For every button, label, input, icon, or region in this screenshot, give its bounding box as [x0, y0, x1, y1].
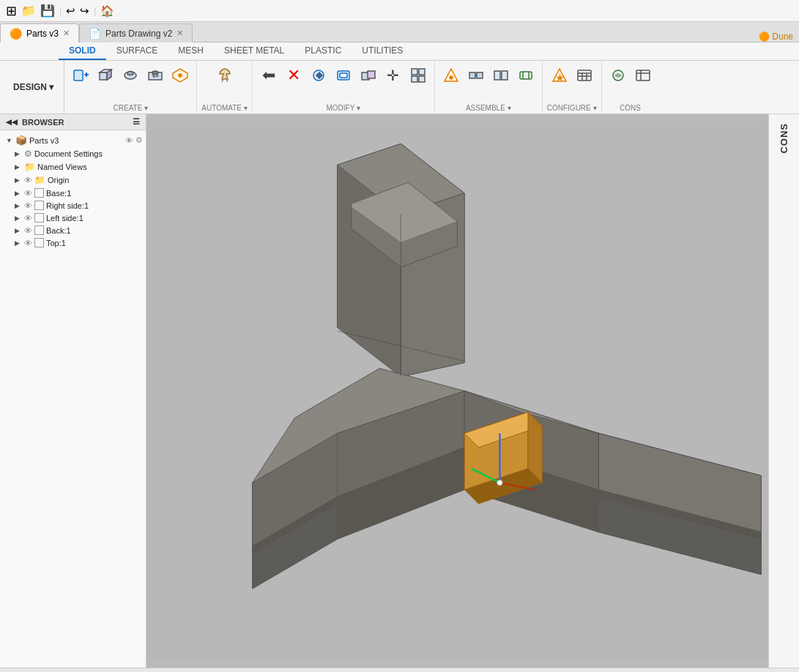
eye2-icon[interactable]: 👁: [125, 136, 133, 145]
3d-model-svg: [146, 114, 768, 668]
ribbon-group-create: CREATE ▾: [64, 61, 197, 113]
body-icon: [34, 188, 44, 198]
top-bar: ⊞ 📁 💾 | ↩ ↪ | 🏠: [0, 0, 799, 22]
svg-rect-23: [419, 76, 425, 82]
vis-icon[interactable]: 👁: [24, 226, 32, 235]
tree-item-named-views[interactable]: ▶ 📁 Named Views: [0, 160, 146, 173]
ribbon-group-modify: ⬅ ✕: [253, 61, 435, 113]
file-icon[interactable]: 📁: [21, 4, 36, 18]
rigid-group-icon[interactable]: [514, 64, 538, 87]
extrude-icon[interactable]: [94, 64, 117, 87]
svg-point-9: [152, 71, 158, 74]
svg-rect-0: [74, 70, 83, 81]
gear-icon: ⚙: [24, 149, 32, 159]
tree-item-back[interactable]: ▶ 👁 Back:1: [0, 224, 146, 236]
tree-arrow: ▶: [15, 163, 22, 171]
vis-icon[interactable]: 👁: [24, 201, 32, 210]
svg-rect-30: [502, 71, 508, 80]
vis-icon[interactable]: 👁: [24, 239, 32, 247]
cons-right-label: CONS: [778, 123, 789, 154]
configure-icons: ★: [548, 64, 596, 87]
tree-item-parts-v3[interactable]: ▼ 📦 Parts v3 👁 ⚙: [0, 133, 146, 147]
undo-icon[interactable]: ↩: [66, 4, 75, 18]
design-label: DESIGN ▾: [13, 82, 53, 92]
as-buildjoint-icon[interactable]: [489, 64, 513, 87]
vis-icon[interactable]: 👁: [24, 214, 32, 223]
automate-icon[interactable]: [213, 64, 237, 87]
joint-icon[interactable]: [464, 64, 488, 87]
tab-parts-v3-label: Parts v3: [26, 29, 59, 39]
tab-parts-v3-icon: 🟠: [10, 28, 22, 40]
cons1-icon[interactable]: [606, 64, 630, 87]
gear-icon[interactable]: ⚙: [135, 135, 143, 145]
browser-header: ◀◀ BROWSER ☰: [0, 114, 146, 130]
tree-label-base: Base:1: [46, 189, 143, 198]
create-more-icon[interactable]: [168, 64, 192, 87]
tree-item-doc-settings[interactable]: ▶ ⚙ Document Settings: [0, 147, 146, 160]
cons2-icon[interactable]: [631, 64, 655, 87]
vis-icon[interactable]: 👁: [24, 189, 32, 198]
svg-rect-21: [419, 69, 425, 75]
create-icons: [69, 64, 192, 87]
tree-item-origin[interactable]: ▶ 👁 📁 Origin: [0, 173, 146, 187]
browser-collapse-icon[interactable]: ◀◀: [6, 118, 18, 126]
tab-drawing-close[interactable]: ✕: [176, 29, 183, 38]
automate-icons: [213, 64, 237, 87]
home-icon[interactable]: 🏠: [100, 4, 114, 18]
ribbon-tab-plastic[interactable]: PLASTIC: [294, 42, 352, 60]
svg-point-12: [179, 74, 182, 77]
hole-icon[interactable]: [144, 64, 167, 87]
svg-point-69: [497, 480, 503, 486]
configure1-icon[interactable]: ★: [548, 64, 571, 87]
design-button[interactable]: DESIGN ▾: [3, 61, 64, 113]
tree-arrow: ▶: [15, 202, 22, 209]
redo-icon[interactable]: ↪: [80, 4, 89, 18]
tree-label-doc-settings: Document Settings: [34, 149, 143, 158]
browser-title: BROWSER: [22, 118, 64, 127]
tab-parts-v3-close[interactable]: ✕: [63, 29, 70, 38]
ribbon-tab-surface[interactable]: SURFACE: [106, 42, 168, 60]
tree-arrow: ▶: [15, 214, 22, 222]
forward-icon[interactable]: [307, 64, 330, 87]
main-area: ◀◀ BROWSER ☰ ▼ 📦 Parts v3 👁 ⚙ ▶ ⚙ Docume…: [0, 114, 799, 668]
ribbon-group-automate: AUTOMATE ▾: [197, 61, 252, 113]
tree-label-parts-v3: Parts v3: [29, 136, 123, 145]
create-label: CREATE ▾: [114, 104, 149, 112]
new-component-icon[interactable]: [69, 64, 92, 87]
joint-origin-icon[interactable]: [439, 64, 463, 87]
shell-icon[interactable]: [332, 64, 355, 87]
move-icon[interactable]: ✛: [382, 64, 405, 87]
ribbon-tabs: SOLID SURFACE MESH SHEET METAL PLASTIC U…: [0, 42, 799, 61]
ribbon-tab-sheet-metal[interactable]: SHEET METAL: [214, 42, 294, 60]
browser-menu-icon[interactable]: ☰: [133, 117, 140, 127]
back-arrow-icon[interactable]: ⬅: [257, 64, 280, 87]
tree-item-left-side[interactable]: ▶ 👁 Left side:1: [0, 212, 146, 224]
configure2-icon[interactable]: [573, 64, 596, 87]
combine-icon[interactable]: [357, 64, 380, 87]
ribbon-tab-solid[interactable]: SOLID: [59, 42, 106, 60]
save-icon[interactable]: 💾: [40, 4, 55, 18]
svg-point-25: [450, 76, 453, 79]
viewport[interactable]: [146, 114, 768, 668]
tree-item-right-side[interactable]: ▶ 👁 Right side:1: [0, 199, 146, 212]
modify-more-icon[interactable]: [406, 64, 430, 87]
tree-item-base[interactable]: ▶ 👁 Base:1: [0, 187, 146, 199]
ribbon-tab-utilities[interactable]: UTILITIES: [352, 42, 413, 60]
ribbon-tab-mesh[interactable]: MESH: [168, 42, 214, 60]
cons-label: CONS: [620, 104, 641, 112]
dune-label: 🟠 Dune: [759, 31, 793, 42]
assemble-label: ASSEMBLE ▾: [466, 104, 511, 112]
tab-parts-v3[interactable]: 🟠 Parts v3 ✕: [0, 23, 79, 42]
tree-arrow: ▶: [15, 227, 22, 234]
tab-parts-drawing-v2[interactable]: 📄 Parts Drawing v2 ✕: [79, 23, 193, 42]
delete-icon[interactable]: ✕: [282, 64, 305, 87]
grid-icon[interactable]: ⊞: [6, 3, 17, 19]
browser-panel: ◀◀ BROWSER ☰ ▼ 📦 Parts v3 👁 ⚙ ▶ ⚙ Docume…: [0, 114, 146, 668]
svg-rect-20: [412, 69, 417, 75]
svg-rect-22: [412, 76, 417, 82]
svg-rect-19: [368, 71, 375, 78]
svg-rect-42: [636, 70, 650, 81]
tree-item-top[interactable]: ▶ 👁 Top:1: [0, 236, 146, 249]
revolve-icon[interactable]: [119, 64, 142, 87]
vis-icon[interactable]: 👁: [24, 176, 32, 184]
